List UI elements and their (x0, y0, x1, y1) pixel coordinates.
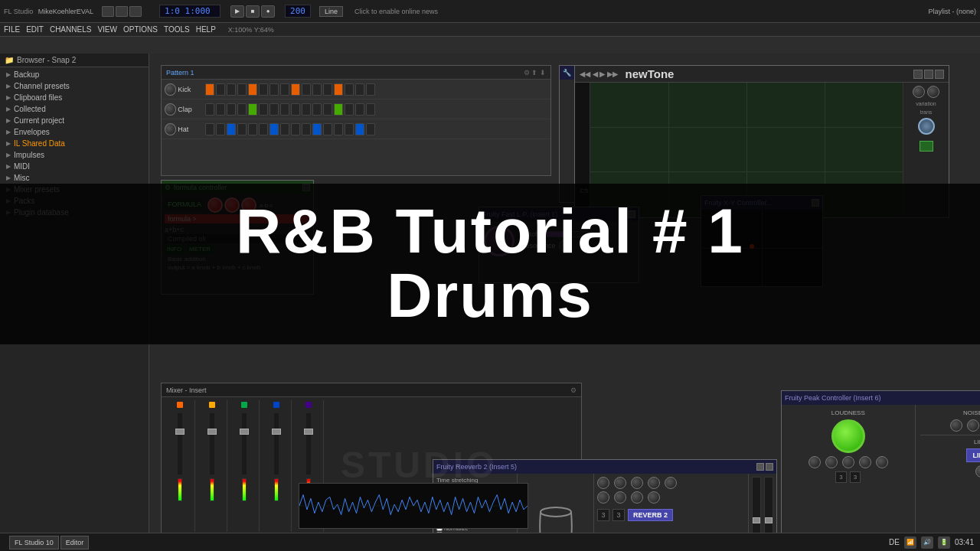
clap-step-7[interactable] (280, 103, 289, 116)
clap-step-2[interactable] (227, 103, 236, 116)
reverb-knob-6[interactable] (597, 491, 609, 504)
clap-step-1[interactable] (216, 103, 225, 116)
kick-step-7[interactable] (280, 83, 289, 96)
sidebar-item-collected[interactable]: ▶ Collected (0, 103, 149, 115)
hat-step-15[interactable] (366, 123, 375, 135)
kick-volume-knob[interactable] (165, 83, 176, 96)
mode-selector[interactable]: Line (319, 6, 343, 17)
hat-step-2[interactable] (227, 123, 236, 135)
clap-step-15[interactable] (366, 103, 375, 116)
kick-step-15[interactable] (366, 83, 375, 96)
taskbar-app-editor[interactable]: Editor (60, 536, 90, 549)
limit-btn[interactable]: LIMIT (966, 448, 981, 462)
loudness-main-knob[interactable] (831, 419, 865, 453)
clap-step-0[interactable] (205, 103, 214, 116)
kick-step-14[interactable] (355, 83, 364, 96)
reverb-btn-2[interactable] (766, 463, 773, 471)
reverb-knob-9[interactable] (648, 491, 660, 504)
hat-step-1[interactable] (216, 123, 225, 135)
taskbar-app-fl[interactable]: FL Studio 10 (9, 536, 59, 549)
hat-step-12[interactable] (334, 123, 343, 135)
kick-step-0[interactable] (205, 83, 214, 96)
sidebar-item-clipboard[interactable]: ▶ Clipboard files (0, 92, 149, 103)
fader-track-1[interactable] (178, 413, 182, 474)
clap-step-11[interactable] (323, 103, 332, 116)
menu-file[interactable]: FILE (4, 25, 20, 34)
kick-step-8[interactable] (291, 83, 300, 96)
fader-1[interactable] (175, 429, 185, 435)
hat-step-9[interactable] (302, 123, 311, 135)
hat-step-13[interactable] (345, 123, 354, 135)
sidebar-item-il-shared-data[interactable]: ▶ IL Shared Data (0, 138, 149, 149)
kick-step-9[interactable] (302, 83, 311, 96)
hat-step-6[interactable] (270, 123, 279, 135)
hat-step-11[interactable] (323, 123, 332, 135)
menu-tools[interactable]: TOOLS (164, 25, 190, 34)
clap-step-10[interactable] (312, 103, 322, 116)
fader-track-3[interactable] (242, 413, 247, 474)
fader-5[interactable] (304, 429, 313, 435)
stop-btn[interactable]: ■ (246, 5, 260, 18)
rec-btn[interactable]: ● (261, 5, 275, 18)
clap-step-6[interactable] (270, 103, 279, 116)
clap-volume-knob[interactable] (165, 103, 176, 116)
hat-step-5[interactable] (259, 123, 268, 135)
fader-track-5[interactable] (306, 413, 311, 474)
kick-step-3[interactable] (237, 83, 247, 96)
sidebar-item-backup[interactable]: ▶ Backup (0, 69, 149, 80)
reverb-knob-2[interactable] (614, 477, 626, 489)
clap-step-9[interactable] (302, 103, 311, 116)
kick-step-10[interactable] (312, 83, 322, 96)
newtone-knob-1[interactable] (913, 86, 925, 98)
menu-options[interactable]: OPTIONS (123, 25, 158, 34)
loudness-knob-4[interactable] (859, 456, 871, 468)
loudness-knob-3[interactable] (842, 456, 854, 468)
kick-step-1[interactable] (216, 83, 225, 96)
kick-step-4[interactable] (248, 83, 257, 96)
reverb-limit-btn[interactable]: REVERB 2 (628, 509, 673, 521)
hat-step-10[interactable] (312, 123, 322, 135)
newtone-btn-3[interactable] (935, 70, 944, 79)
reverb-knob-3[interactable] (631, 477, 643, 489)
sidebar-item-current-project[interactable]: ▶ Current project (0, 115, 149, 126)
noisegate-knob-2[interactable] (967, 419, 979, 432)
hat-step-14[interactable] (355, 123, 364, 135)
newtone-btn-2[interactable] (924, 70, 933, 79)
sidebar-item-misc[interactable]: ▶ Misc (0, 172, 149, 184)
hat-volume-knob[interactable] (165, 123, 176, 135)
clap-step-4[interactable] (248, 103, 257, 116)
clap-step-3[interactable] (237, 103, 247, 116)
clap-step-8[interactable] (291, 103, 300, 116)
newtone-play-btn[interactable] (920, 141, 933, 152)
newtone-btn-1[interactable] (913, 70, 923, 79)
fader-2[interactable] (207, 429, 217, 435)
reverb-knob-8[interactable] (631, 491, 643, 504)
reverb-knob-7[interactable] (614, 491, 626, 504)
hat-step-7[interactable] (280, 123, 289, 135)
loudness-knob-1[interactable] (808, 456, 821, 468)
loudness-knob-2[interactable] (825, 456, 838, 468)
loudness-knob-5[interactable] (876, 456, 888, 468)
kick-step-13[interactable] (345, 83, 354, 96)
newtone-knob-2[interactable] (927, 86, 939, 98)
menu-channels[interactable]: CHANNELS (50, 25, 91, 34)
clap-step-13[interactable] (345, 103, 354, 116)
hat-step-4[interactable] (248, 123, 257, 135)
sidebar-item-envelopes[interactable]: ▶ Envelopes (0, 126, 149, 138)
noisegate-knob-1[interactable] (950, 419, 962, 432)
sidebar-item-midi[interactable]: ▶ MIDI (0, 161, 149, 172)
limit-knob[interactable] (975, 465, 980, 478)
reverb-btn-1[interactable] (756, 463, 764, 471)
kick-step-5[interactable] (259, 83, 268, 96)
hat-step-3[interactable] (237, 123, 247, 135)
taskbar-sound-icon[interactable]: 🔊 (921, 536, 933, 549)
reverb-knob-4[interactable] (648, 477, 660, 489)
fader-track-4[interactable] (274, 413, 279, 474)
clap-step-5[interactable] (259, 103, 268, 116)
reverb-fader-2[interactable] (765, 517, 773, 523)
kick-step-2[interactable] (227, 83, 236, 96)
clap-step-12[interactable] (334, 103, 343, 116)
sidebar-item-channel-presets[interactable]: ▶ Channel presets (0, 80, 149, 92)
maximize-btn[interactable] (116, 6, 128, 17)
fader-track-2[interactable] (210, 413, 214, 474)
